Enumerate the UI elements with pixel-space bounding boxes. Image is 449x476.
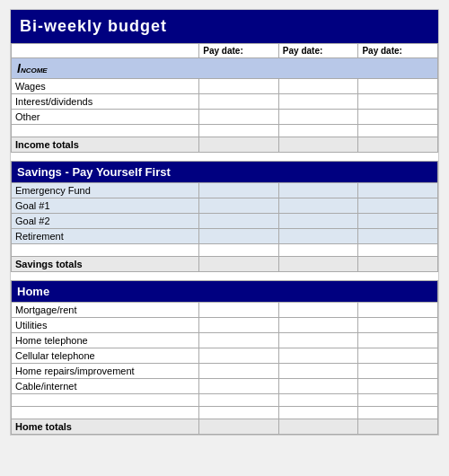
income-totals-3[interactable] (358, 137, 438, 153)
table-row: Emergency Fund (12, 183, 438, 198)
table-row (12, 407, 438, 419)
income-wages-2[interactable] (278, 79, 358, 94)
home-repairs-2[interactable] (278, 364, 358, 379)
table-row: Goal #1 (12, 198, 438, 214)
savings-emergency-1[interactable] (199, 183, 279, 198)
home-header-label: Home (12, 281, 438, 303)
home-repairs-1[interactable] (199, 364, 279, 379)
savings-goal2-label: Goal #2 (12, 214, 199, 229)
savings-emergency-2[interactable] (278, 183, 358, 198)
table-row: Wages (12, 79, 438, 94)
header-col4: Pay date: (358, 44, 438, 58)
home-cable-label: Cable/internet (12, 379, 199, 394)
home-totals-3[interactable] (358, 419, 438, 435)
income-wages-3[interactable] (358, 79, 438, 94)
income-other-label: Other (12, 110, 199, 125)
savings-retirement-3[interactable] (358, 229, 438, 244)
budget-table: Pay date: Pay date: Pay date: Income Wag… (11, 43, 438, 435)
spreadsheet-container: Bi-weekly budget Pay date: Pay date: Pay… (10, 9, 439, 436)
savings-retirement-2[interactable] (278, 229, 358, 244)
savings-goal2-2[interactable] (278, 214, 358, 229)
home-cellular-1[interactable] (199, 348, 279, 364)
home-totals-row: Home totals (12, 419, 438, 435)
spacer-row (12, 272, 438, 281)
home-mortgage-1[interactable] (199, 303, 279, 318)
home-utilities-2[interactable] (278, 318, 358, 333)
home-utilities-3[interactable] (358, 318, 438, 333)
table-row: Mortgage/rent (12, 303, 438, 318)
table-row: Retirement (12, 229, 438, 244)
table-row: Home repairs/improvement (12, 364, 438, 379)
income-interest-label: Interest/dividends (12, 94, 199, 110)
savings-section-header: Savings - Pay Yourself First (12, 162, 438, 183)
table-row: Home telephone (12, 333, 438, 348)
savings-goal2-1[interactable] (199, 214, 279, 229)
savings-retirement-1[interactable] (199, 229, 279, 244)
savings-totals-3[interactable] (358, 257, 438, 272)
income-totals-2[interactable] (278, 137, 358, 153)
home-utilities-label: Utilities (12, 318, 199, 333)
savings-goal1-2[interactable] (278, 198, 358, 214)
savings-totals-row: Savings totals (12, 257, 438, 272)
table-row: Cellular telephone (12, 348, 438, 364)
home-mortgage-3[interactable] (358, 303, 438, 318)
income-other-3[interactable] (358, 110, 438, 125)
table-row (12, 394, 438, 407)
savings-goal1-3[interactable] (358, 198, 438, 214)
table-row: Interest/dividends (12, 94, 438, 110)
home-cable-1[interactable] (199, 379, 279, 394)
table-row (12, 244, 438, 257)
home-telephone-3[interactable] (358, 333, 438, 348)
home-repairs-3[interactable] (358, 364, 438, 379)
home-cellular-3[interactable] (358, 348, 438, 364)
savings-goal2-3[interactable] (358, 214, 438, 229)
table-row (12, 125, 438, 137)
home-telephone-2[interactable] (278, 333, 358, 348)
header-col2: Pay date: (199, 44, 279, 58)
home-telephone-label: Home telephone (12, 333, 199, 348)
savings-goal1-1[interactable] (199, 198, 279, 214)
savings-goal1-label: Goal #1 (12, 198, 199, 214)
home-mortgage-2[interactable] (278, 303, 358, 318)
home-telephone-1[interactable] (199, 333, 279, 348)
header-col3: Pay date: (278, 44, 358, 58)
savings-totals-label: Savings totals (12, 257, 199, 272)
home-totals-label: Home totals (12, 419, 199, 435)
income-interest-1[interactable] (199, 94, 279, 110)
income-totals-1[interactable] (199, 137, 279, 153)
savings-emergency-label: Emergency Fund (12, 183, 199, 198)
spacer-row (12, 153, 438, 162)
income-interest-3[interactable] (358, 94, 438, 110)
home-mortgage-label: Mortgage/rent (12, 303, 199, 318)
home-totals-2[interactable] (278, 419, 358, 435)
savings-header-label: Savings - Pay Yourself First (12, 162, 438, 183)
page-title: Bi-weekly budget (11, 10, 438, 43)
income-other-1[interactable] (199, 110, 279, 125)
home-repairs-label: Home repairs/improvement (12, 364, 199, 379)
income-section-header: Income (12, 58, 438, 79)
header-row: Pay date: Pay date: Pay date: (12, 44, 438, 58)
home-cellular-label: Cellular telephone (12, 348, 199, 364)
income-other-2[interactable] (278, 110, 358, 125)
savings-totals-2[interactable] (278, 257, 358, 272)
savings-retirement-label: Retirement (12, 229, 199, 244)
income-interest-2[interactable] (278, 94, 358, 110)
home-cable-3[interactable] (358, 379, 438, 394)
table-row: Utilities (12, 318, 438, 333)
home-cellular-2[interactable] (278, 348, 358, 364)
income-wages-1[interactable] (199, 79, 279, 94)
income-totals-label: Income totals (12, 137, 199, 153)
income-wages-label: Wages (12, 79, 199, 94)
home-totals-1[interactable] (199, 419, 279, 435)
home-utilities-1[interactable] (199, 318, 279, 333)
home-section-header: Home (12, 281, 438, 303)
table-row: Cable/internet (12, 379, 438, 394)
table-row: Goal #2 (12, 214, 438, 229)
table-row: Other (12, 110, 438, 125)
home-cable-2[interactable] (278, 379, 358, 394)
income-totals-row: Income totals (12, 137, 438, 153)
income-header-label: Income (12, 58, 438, 79)
header-col1 (12, 44, 199, 58)
savings-totals-1[interactable] (199, 257, 279, 272)
savings-emergency-3[interactable] (358, 183, 438, 198)
